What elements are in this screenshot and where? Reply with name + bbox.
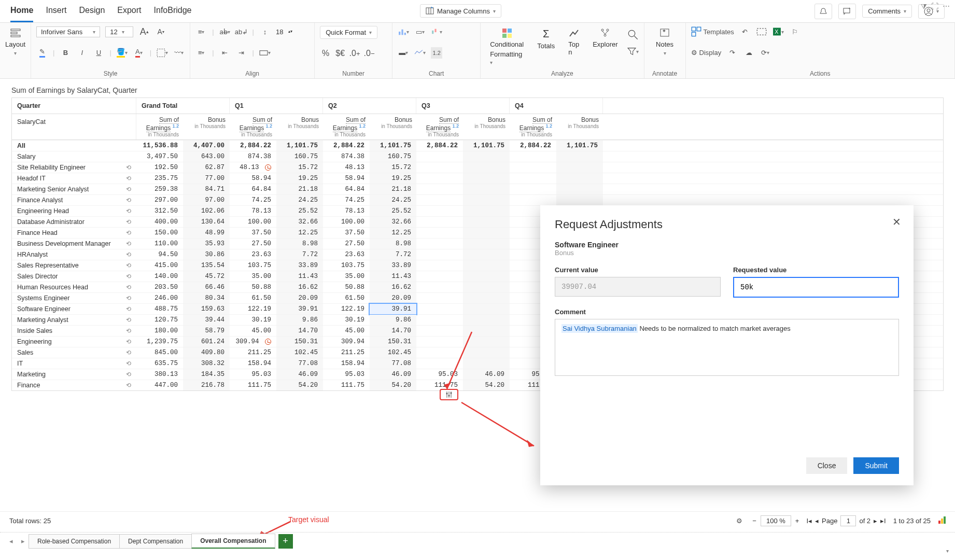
increase-font-icon[interactable]: A▴ bbox=[138, 26, 150, 37]
row-category[interactable]: Sales Director⟲ bbox=[12, 271, 136, 282]
cell[interactable] bbox=[416, 271, 463, 282]
cell[interactable]: 400.00 bbox=[136, 217, 183, 227]
row-category[interactable]: Finance Head⟲ bbox=[12, 228, 136, 238]
row-category[interactable]: Inside Sales⟲ bbox=[12, 326, 136, 336]
header-q4[interactable]: Q4 bbox=[510, 98, 603, 114]
totals-button[interactable]: ΣTotals bbox=[533, 26, 559, 52]
cell[interactable]: 2,884.22 bbox=[323, 141, 370, 151]
cell[interactable] bbox=[416, 162, 463, 173]
row-category[interactable]: Human Resources Head⟲ bbox=[12, 282, 136, 292]
comments-button[interactable]: Comments▾ bbox=[862, 5, 912, 18]
header-q1[interactable]: Q1 bbox=[230, 98, 323, 114]
quick-format-button[interactable]: Quick Format▾ bbox=[320, 26, 377, 39]
selected-cell-handle[interactable] bbox=[440, 389, 458, 400]
cell[interactable]: 16.62 bbox=[276, 282, 323, 292]
cell[interactable]: 14.70 bbox=[276, 326, 323, 336]
cloud-icon[interactable]: ☁ bbox=[743, 47, 754, 59]
header-grand-total[interactable]: Grand Total bbox=[136, 98, 230, 114]
zoom-in-button[interactable]: + bbox=[795, 517, 799, 525]
flag-icon[interactable]: ⚐ bbox=[789, 26, 800, 37]
filter-icon[interactable]: ⧩ bbox=[921, 2, 927, 11]
cell[interactable]: 39.91 bbox=[276, 304, 323, 314]
cell[interactable]: 64.84 bbox=[230, 184, 276, 194]
topn-button[interactable]: Top n bbox=[564, 26, 583, 58]
requested-value-input[interactable] bbox=[733, 277, 899, 298]
cell[interactable]: 135.54 bbox=[183, 260, 230, 271]
cell[interactable] bbox=[510, 151, 556, 162]
row-category[interactable]: Business Development Manager⟲ bbox=[12, 239, 136, 249]
cell[interactable] bbox=[416, 206, 463, 216]
cell[interactable] bbox=[463, 260, 510, 271]
header-q2[interactable]: Q2 bbox=[323, 98, 416, 114]
cell[interactable]: 11.43 bbox=[370, 271, 416, 282]
cell[interactable]: 58.79 bbox=[183, 326, 230, 336]
cell[interactable]: 27.50 bbox=[230, 239, 276, 249]
cell[interactable] bbox=[416, 228, 463, 238]
cell[interactable]: 246.00 bbox=[136, 293, 183, 303]
cell[interactable] bbox=[416, 184, 463, 194]
page-input[interactable]: 1 bbox=[840, 515, 856, 526]
cell[interactable]: 48.13 bbox=[323, 162, 370, 173]
cell[interactable]: 39.91 bbox=[370, 304, 416, 314]
cell[interactable]: 488.75 bbox=[136, 304, 183, 314]
cell[interactable] bbox=[510, 162, 556, 173]
cell[interactable]: 1,101.75 bbox=[370, 141, 416, 151]
cell[interactable]: 80.34 bbox=[183, 293, 230, 303]
line-height-icon[interactable]: ↕ bbox=[259, 26, 271, 37]
cell[interactable]: 78.13 bbox=[230, 206, 276, 216]
cell[interactable]: 61.50 bbox=[230, 293, 276, 303]
bar-chart-icon[interactable]: ▾ bbox=[398, 26, 409, 37]
cell[interactable]: 39.44 bbox=[183, 315, 230, 325]
tab-home[interactable]: Home bbox=[10, 0, 33, 22]
cell[interactable]: 643.00 bbox=[183, 151, 230, 162]
cell[interactable]: 45.72 bbox=[183, 271, 230, 282]
submit-button[interactable]: Submit bbox=[853, 457, 899, 474]
cell[interactable]: 122.19 bbox=[230, 304, 276, 314]
cell[interactable]: 160.75 bbox=[370, 151, 416, 162]
cell[interactable]: 95.03 bbox=[416, 369, 463, 380]
cell[interactable]: 48.99 bbox=[183, 228, 230, 238]
cell[interactable] bbox=[416, 239, 463, 249]
cell[interactable] bbox=[463, 206, 510, 216]
cell[interactable]: 216.78 bbox=[183, 380, 230, 390]
cell[interactable]: 601.24 bbox=[183, 337, 230, 347]
cell[interactable]: 3,497.50 bbox=[136, 151, 183, 162]
cell[interactable] bbox=[510, 173, 556, 184]
cell[interactable]: 158.94 bbox=[323, 358, 370, 369]
cell[interactable] bbox=[463, 228, 510, 238]
cell[interactable] bbox=[416, 358, 463, 369]
italic-icon[interactable]: I bbox=[76, 47, 88, 59]
next-page-icon[interactable]: ▸ bbox=[874, 517, 877, 525]
cell[interactable] bbox=[416, 173, 463, 184]
cell[interactable] bbox=[463, 217, 510, 227]
cell[interactable]: 1,101.75 bbox=[463, 141, 510, 151]
cell[interactable] bbox=[416, 315, 463, 325]
cell[interactable]: 130.64 bbox=[183, 217, 230, 227]
cell[interactable]: 150.31 bbox=[370, 337, 416, 347]
row-category[interactable]: HRAnalyst⟲ bbox=[12, 249, 136, 260]
sheet-next-icon[interactable]: ▸ bbox=[17, 535, 29, 547]
row-category[interactable]: Systems Engineer⟲ bbox=[12, 293, 136, 303]
fill-color-icon[interactable]: 🪣▾ bbox=[117, 47, 128, 59]
cell[interactable]: 192.50 bbox=[136, 162, 183, 173]
stacked-chart-icon[interactable]: ▭▾ bbox=[414, 26, 426, 37]
cell[interactable] bbox=[463, 249, 510, 260]
cell[interactable]: 447.00 bbox=[136, 380, 183, 390]
filter-icon[interactable]: ▾ bbox=[627, 46, 639, 57]
align-left-icon[interactable]: ≡▾ bbox=[195, 47, 207, 59]
cell[interactable]: 32.66 bbox=[276, 217, 323, 227]
cell[interactable] bbox=[463, 184, 510, 194]
align-top-icon[interactable]: ≡▾ bbox=[195, 26, 207, 37]
cell[interactable]: 1,101.75 bbox=[556, 141, 603, 151]
search-icon[interactable] bbox=[627, 29, 639, 40]
row-category[interactable]: Marketing⟲ bbox=[12, 369, 136, 380]
cell[interactable]: 102.45 bbox=[276, 347, 323, 358]
cell[interactable]: 37.50 bbox=[323, 228, 370, 238]
percent-icon[interactable]: % bbox=[320, 48, 331, 59]
cell[interactable] bbox=[416, 326, 463, 336]
cell[interactable]: 312.50 bbox=[136, 206, 183, 216]
bold-icon[interactable]: B bbox=[60, 47, 71, 59]
cell[interactable]: 180.00 bbox=[136, 326, 183, 336]
cell[interactable]: 11.43 bbox=[276, 271, 323, 282]
tab-export[interactable]: Export bbox=[117, 0, 141, 22]
